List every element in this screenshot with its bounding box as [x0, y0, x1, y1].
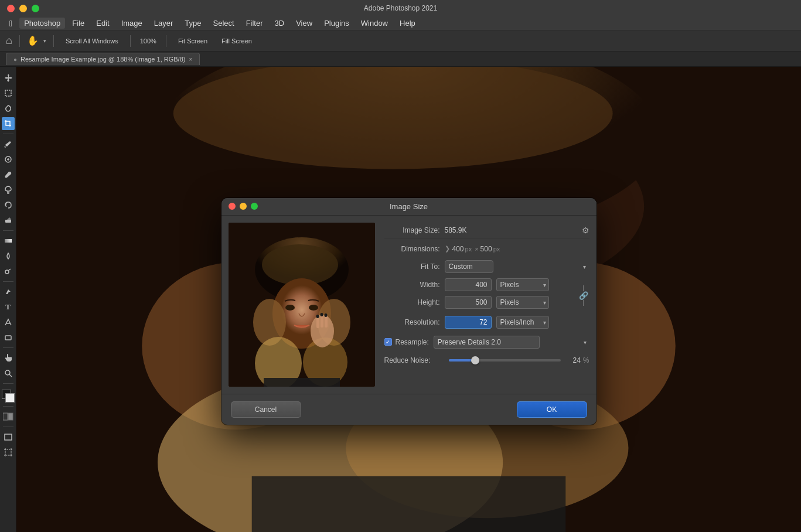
resolution-label: Resolution: [384, 318, 440, 326]
dimensions-x: × [475, 245, 478, 253]
hand-tool-chevron[interactable]: ▾ [43, 38, 46, 44]
menu-photoshop[interactable]: Photoshop [19, 18, 65, 29]
width-input[interactable] [445, 278, 492, 291]
svg-rect-9 [5, 434, 12, 440]
dialog-close-button[interactable] [229, 203, 236, 210]
menu-image[interactable]: Image [117, 18, 147, 29]
dialog-minimize-button[interactable] [240, 203, 247, 210]
menu-plugins[interactable]: Plugins [319, 18, 354, 29]
quick-mask-button[interactable] [2, 410, 15, 423]
gear-button[interactable]: ⚙ [582, 226, 589, 235]
hand-tool-icon[interactable]: ✋ [27, 35, 39, 46]
resample-label: Resample: [396, 338, 429, 346]
dialog-settings: Image Size: 585.9K ⚙ Dimensions: ❯ 400 p… [384, 223, 589, 387]
tool-sep-5 [3, 383, 13, 384]
resample-select-wrapper: Preserve Details 2.0 Preserve Details (e… [434, 336, 589, 349]
svg-point-6 [5, 370, 10, 375]
dialog-title: Image Size [390, 202, 428, 211]
history-tool[interactable] [2, 199, 15, 212]
lasso-tool[interactable] [2, 102, 15, 115]
link-icon-container: 🔗 [578, 278, 589, 313]
canvas-area: Image Size [16, 67, 801, 532]
tab-dot: ● [13, 56, 17, 63]
left-toolbar: T [0, 67, 16, 532]
move-tool[interactable] [2, 71, 15, 84]
eraser-tool[interactable] [2, 214, 15, 227]
menu-select[interactable]: Select [209, 18, 239, 29]
tab-close-button[interactable]: × [189, 56, 192, 63]
stamp-tool[interactable] [2, 183, 15, 196]
marquee-tool[interactable] [2, 87, 15, 100]
brush-tool[interactable] [2, 168, 15, 181]
menu-type[interactable]: Type [180, 18, 206, 29]
ok-button[interactable]: OK [517, 401, 587, 418]
dimensions-unit-1: px [465, 245, 472, 253]
noise-slider-container[interactable] [449, 356, 561, 365]
menu-3d[interactable]: 3D [270, 18, 289, 29]
link-icon[interactable]: 🔗 [579, 291, 588, 300]
fit-screen-button[interactable]: Fit Screen [173, 36, 212, 46]
dimensions-chevron[interactable]: ❯ [445, 245, 450, 253]
menu-window[interactable]: Window [356, 18, 393, 29]
resolution-unit-select[interactable]: Pixels/Inch Pixels/Centimeter [496, 316, 549, 329]
color-swatches[interactable] [2, 390, 15, 403]
zoom-tool[interactable] [2, 367, 15, 380]
svg-rect-10 [5, 449, 11, 455]
image-size-row: Image Size: 585.9K ⚙ [384, 223, 589, 238]
document-tab[interactable]: ● Resample Image Example.jpg @ 188% (Ima… [6, 53, 200, 65]
svg-rect-0 [5, 90, 11, 96]
height-unit-select[interactable]: Pixels Inches Centimeters [496, 296, 549, 309]
scroll-all-windows-button[interactable]: Scroll All Windows [61, 36, 123, 46]
menu-view[interactable]: View [291, 18, 317, 29]
crop-tool[interactable] [2, 117, 15, 130]
svg-point-26 [309, 305, 318, 311]
screen-mode-button[interactable] [2, 431, 15, 444]
traffic-lights [7, 5, 39, 12]
resample-checkbox[interactable]: ✓ [384, 338, 392, 346]
link-line-bottom [583, 300, 584, 306]
resolution-input[interactable] [445, 316, 492, 329]
home-icon[interactable]: ⌂ [6, 35, 12, 47]
preview-image [229, 223, 375, 387]
zoom-value[interactable]: 100% [138, 36, 159, 46]
text-tool[interactable]: T [2, 301, 15, 313]
noise-slider-thumb[interactable] [471, 356, 479, 364]
gradient-tool[interactable] [2, 234, 15, 247]
height-input[interactable] [445, 296, 492, 309]
close-button[interactable] [7, 5, 15, 12]
blur-tool[interactable] [2, 250, 15, 262]
hand-tool[interactable] [2, 352, 15, 364]
healing-tool[interactable] [2, 153, 15, 166]
path-tool[interactable] [2, 316, 15, 329]
background-swatch[interactable] [5, 393, 15, 403]
dimensions-width-value: 400 [452, 245, 464, 253]
cancel-button[interactable]: Cancel [231, 401, 301, 418]
minimize-button[interactable] [19, 5, 27, 12]
menu-edit[interactable]: Edit [91, 18, 114, 29]
resample-select[interactable]: Preserve Details 2.0 Preserve Details (e… [434, 336, 540, 349]
fit-to-select[interactable]: Custom Original Size Screen Print Size [445, 260, 493, 273]
menubar:  Photoshop File Edit Image Layer Type S… [0, 16, 801, 30]
eyedropper-tool[interactable] [2, 138, 15, 151]
maximize-button[interactable] [32, 5, 39, 12]
dimensions-row: Dimensions: ❯ 400 px × 500 px [384, 241, 589, 257]
menu-layer[interactable]: Layer [149, 18, 178, 29]
resolution-row: Resolution: Pixels/Inch Pixels/Centimete… [384, 313, 589, 331]
apple-menu[interactable]:  [5, 19, 17, 28]
width-unit-select[interactable]: Pixels Inches Centimeters [496, 278, 549, 291]
menu-filter[interactable]: Filter [241, 18, 268, 29]
height-label: Height: [384, 298, 440, 306]
tool-sep-6 [3, 406, 13, 407]
pen-tool[interactable] [2, 285, 15, 298]
artboard-tool[interactable] [2, 446, 15, 459]
dialog-buttons: Cancel OK [221, 394, 597, 425]
dodge-tool[interactable] [2, 265, 15, 278]
menu-help[interactable]: Help [395, 18, 420, 29]
dialog-maximize-button[interactable] [251, 203, 258, 210]
image-size-label: Image Size: [384, 226, 440, 234]
fill-screen-button[interactable]: Fill Screen [217, 36, 257, 46]
menu-file[interactable]: File [67, 18, 89, 29]
image-size-dialog[interactable]: Image Size [221, 198, 597, 425]
shape-tool[interactable] [2, 331, 15, 344]
tab-filename: Resample Image Example.jpg @ 188% (Image… [21, 56, 185, 63]
